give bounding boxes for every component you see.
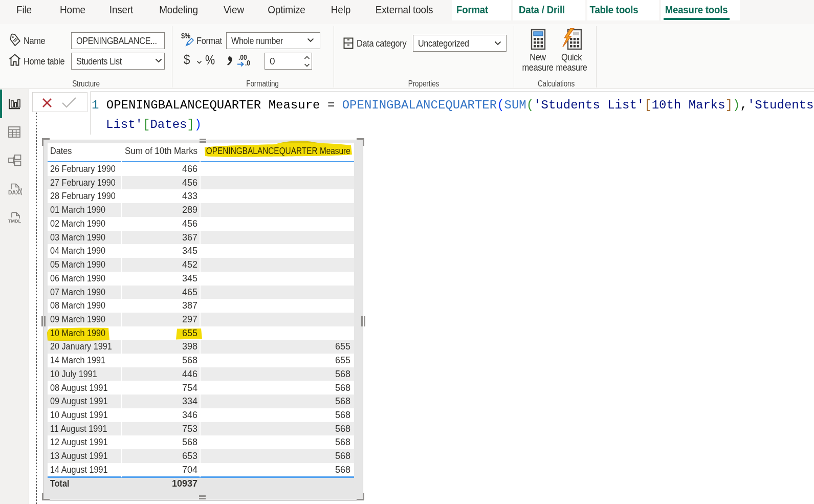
svg-text:TMDL: TMDL	[8, 218, 21, 224]
svg-text:DAX: DAX	[8, 189, 19, 195]
